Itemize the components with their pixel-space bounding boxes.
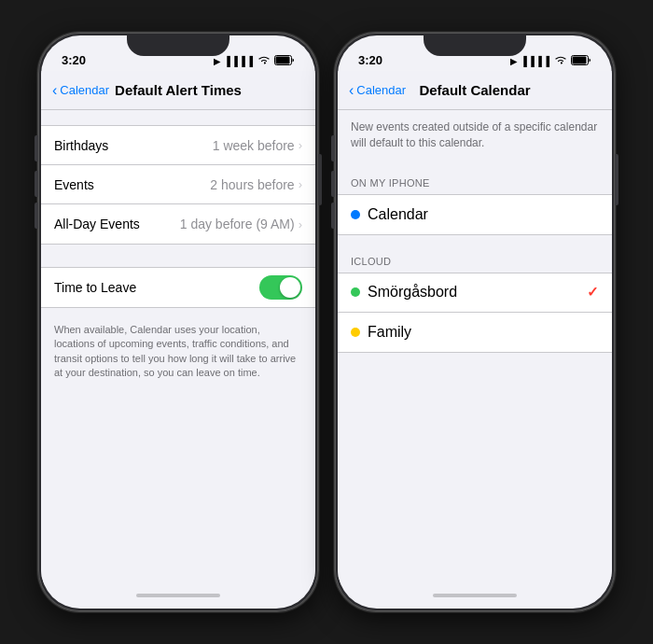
calendar-label-group: Calendar: [351, 206, 428, 223]
time-2: 3:20: [358, 53, 382, 67]
svg-rect-1: [276, 57, 290, 64]
birthdays-label: Birthdays: [54, 138, 108, 153]
signal-icon-1: ▐▐▐▐: [224, 56, 254, 66]
status-icons-1: ▶ ▐▐▐▐: [214, 55, 295, 67]
events-label: Events: [54, 177, 94, 192]
allday-label: All-Day Events: [54, 217, 140, 231]
battery-icon-2: [571, 55, 591, 67]
time-to-leave-label: Time to Leave: [54, 280, 136, 295]
nav-title-1: Default Alert Times: [115, 82, 242, 98]
status-icons-2: ▶ ▐▐▐▐: [510, 55, 591, 67]
birthdays-value: 1 week before: [213, 138, 295, 153]
calendar-label: Calendar: [368, 206, 428, 223]
smorgasbord-row[interactable]: Smörgåsbord ✓: [338, 273, 612, 313]
events-chevron: ›: [299, 177, 302, 191]
family-label-group: Family: [351, 324, 411, 341]
home-indicator-1: [41, 582, 315, 609]
section-header-icloud: ICLOUD: [338, 243, 612, 273]
notch-2: [424, 35, 526, 56]
on-iphone-group: Calendar: [338, 194, 612, 235]
back-chevron-2: ‹: [349, 83, 354, 98]
time-to-leave-description: When available, Calendar uses your locat…: [41, 315, 315, 394]
time-to-leave-group: Time to Leave: [41, 267, 315, 308]
wifi-icon-2: [554, 55, 567, 67]
events-row[interactable]: Events 2 hours before ›: [41, 165, 315, 204]
birthdays-value-group: 1 week before ›: [213, 138, 302, 153]
toggle-knob: [280, 277, 300, 298]
family-label: Family: [368, 324, 411, 341]
back-chevron-1: ‹: [52, 83, 57, 98]
events-value: 2 hours before: [210, 177, 294, 192]
birthdays-row[interactable]: Birthdays 1 week before ›: [41, 126, 315, 165]
phones-container: 3:20 ▶ ▐▐▐▐ ‹ Calendar D: [38, 33, 615, 611]
birthdays-chevron: ›: [299, 138, 302, 152]
battery-icon-1: [274, 55, 295, 67]
icloud-group: Smörgåsbord ✓ Family: [338, 273, 612, 353]
notch: [127, 35, 229, 56]
alert-rows-group: Birthdays 1 week before › Events 2 hours…: [41, 125, 315, 245]
svg-rect-3: [573, 57, 587, 64]
phone-2: 3:20 ▶ ▐▐▐▐ ‹ Calendar D: [335, 33, 615, 611]
calendar-dot: [351, 210, 360, 219]
signal-icon-2: ▐▐▐▐: [521, 56, 550, 66]
events-value-group: 2 hours before ›: [210, 177, 302, 192]
phone-1: 3:20 ▶ ▐▐▐▐ ‹ Calendar D: [38, 33, 318, 611]
back-label-1: Calendar: [60, 83, 109, 97]
home-bar-2: [433, 594, 517, 597]
allday-chevron: ›: [299, 217, 302, 231]
family-dot: [351, 328, 360, 337]
back-button-1[interactable]: ‹ Calendar: [52, 83, 109, 98]
location-icon-1: ▶: [214, 57, 220, 66]
smorgasbord-checkmark: ✓: [587, 284, 599, 301]
content-2: New events created outside of a specific…: [338, 110, 612, 582]
allday-value: 1 day before (9 AM): [180, 217, 295, 231]
calendar-row[interactable]: Calendar: [338, 195, 612, 234]
smorgasbord-label-group: Smörgåsbord: [351, 284, 457, 301]
intro-text: New events created outside of a specific…: [338, 110, 612, 164]
wifi-icon-1: [257, 55, 271, 67]
smorgasbord-label: Smörgåsbord: [368, 284, 457, 301]
home-indicator-2: [338, 582, 612, 609]
time-1: 3:20: [62, 53, 86, 67]
nav-bar-1: ‹ Calendar Default Alert Times: [41, 71, 315, 110]
allday-row[interactable]: All-Day Events 1 day before (9 AM) ›: [41, 204, 315, 244]
back-button-2[interactable]: ‹ Calendar: [349, 83, 406, 98]
location-icon-2: ▶: [510, 57, 517, 66]
back-label-2: Calendar: [356, 83, 406, 97]
allday-value-group: 1 day before (9 AM) ›: [180, 217, 302, 231]
smorgasbord-dot: [351, 287, 360, 297]
nav-title-2: Default Calendar: [419, 82, 530, 98]
content-1: Birthdays 1 week before › Events 2 hours…: [41, 110, 315, 582]
section-header-on-iphone: ON MY IPHONE: [338, 164, 612, 194]
nav-bar-2: ‹ Calendar Default Calendar: [338, 71, 612, 110]
home-bar-1: [136, 594, 220, 597]
time-to-leave-row[interactable]: Time to Leave: [41, 268, 315, 307]
time-to-leave-toggle[interactable]: [259, 275, 302, 300]
family-row[interactable]: Family: [338, 313, 612, 352]
